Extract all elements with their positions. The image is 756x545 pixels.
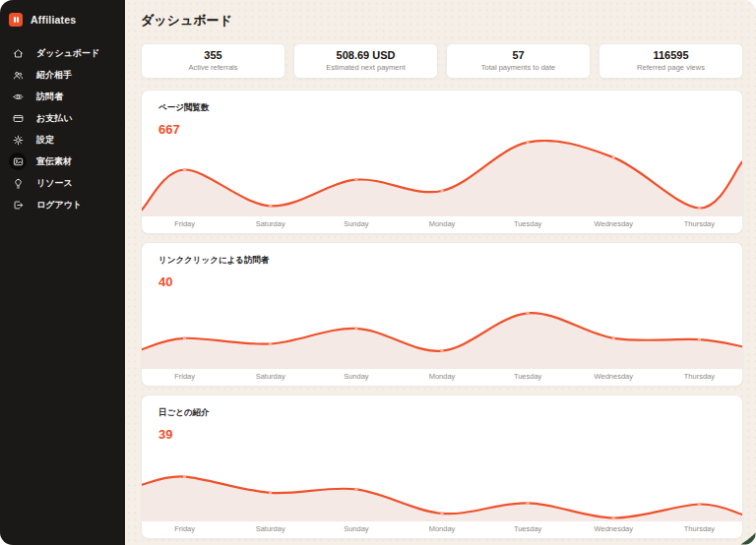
- chart-card: ページ閲覧数 667 FridaySaturdaySundayMondayTue…: [141, 90, 743, 234]
- chart-title: リンククリックによる訪問者: [142, 243, 742, 267]
- sidebar-item-label: リソース: [36, 177, 73, 190]
- sidebar-item-label: お支払い: [36, 112, 72, 125]
- sidebar-item-gear[interactable]: 設定: [0, 129, 125, 151]
- x-tick-label: Wednesday: [571, 369, 657, 386]
- sidebar-item-card[interactable]: お支払い: [0, 107, 125, 129]
- app-title: Affiliates: [31, 14, 76, 26]
- charts-section: ページ閲覧数 667 FridaySaturdaySundayMondayTue…: [141, 90, 743, 539]
- home-icon: [9, 44, 27, 62]
- app-window: Affiliates ダッシュボード 紹介相手 訪問者 お支払い 設定 宣伝素材…: [0, 0, 756, 545]
- x-tick-label: Monday: [399, 216, 484, 233]
- chart-current-value: 40: [142, 267, 742, 289]
- chart-card: 日ごとの紹介 39 FridaySaturdaySundayMondayTues…: [141, 394, 743, 539]
- sidebar-item-eye[interactable]: 訪問者: [0, 86, 125, 107]
- chart-title: 日ごとの紹介: [142, 395, 742, 419]
- chart-x-axis: FridaySaturdaySundayMondayTuesdayWednesd…: [142, 369, 742, 386]
- sidebar-item-label: 設定: [36, 134, 54, 147]
- media-icon: [9, 152, 27, 170]
- users-icon: [9, 66, 27, 84]
- logout-icon: [9, 196, 27, 213]
- stat-card: 355 Active referrals: [141, 43, 285, 79]
- sidebar-item-media[interactable]: 宣伝素材: [0, 151, 125, 172]
- x-tick-label: Thursday: [657, 369, 742, 386]
- cursor-artifact: [739, 532, 756, 545]
- chart-title: ページ閲覧数: [142, 91, 742, 114]
- sidebar-item-logout[interactable]: ログアウト: [0, 194, 125, 215]
- sidebar-item-home[interactable]: ダッシュボード: [0, 42, 125, 64]
- stat-value: 508.69 USD: [294, 49, 437, 61]
- stats-row: 355 Active referrals 508.69 USD Estimate…: [141, 43, 743, 79]
- x-tick-label: Tuesday: [485, 369, 571, 386]
- affiliates-logo-icon: [9, 13, 23, 27]
- x-tick-label: Friday: [142, 216, 227, 233]
- chart-current-value: 667: [142, 114, 742, 137]
- area-chart: [142, 445, 742, 521]
- card-icon: [9, 109, 27, 127]
- sidebar: Affiliates ダッシュボード 紹介相手 訪問者 お支払い 設定 宣伝素材…: [0, 0, 125, 545]
- stat-label: Total payments to date: [447, 63, 590, 72]
- app-logo: Affiliates: [0, 12, 125, 27]
- sidebar-item-label: 訪問者: [36, 91, 63, 103]
- x-tick-label: Sunday: [313, 216, 399, 233]
- stat-label: Active referrals: [142, 63, 284, 72]
- x-tick-label: Saturday: [227, 521, 313, 538]
- chart-x-axis: FridaySaturdaySundayMondayTuesdayWednesd…: [142, 521, 742, 538]
- sidebar-item-label: ダッシュボード: [36, 47, 99, 60]
- stat-label: Estimated next payment: [294, 63, 437, 72]
- stat-card: 116595 Referred page views: [598, 43, 743, 79]
- sidebar-item-users[interactable]: 紹介相手: [0, 64, 125, 86]
- x-tick-label: Friday: [142, 521, 227, 538]
- x-tick-label: Friday: [142, 369, 227, 386]
- area-chart: [142, 140, 742, 216]
- stat-label: Referred page views: [599, 63, 742, 72]
- x-tick-label: Saturday: [227, 369, 313, 386]
- x-tick-label: Wednesday: [571, 521, 657, 538]
- stat-value: 116595: [599, 49, 742, 61]
- x-tick-label: Wednesday: [571, 216, 657, 233]
- x-tick-label: Thursday: [657, 216, 742, 233]
- sidebar-nav: ダッシュボード 紹介相手 訪問者 お支払い 設定 宣伝素材 リソース ログアウト: [0, 42, 125, 215]
- chart-x-axis: FridaySaturdaySundayMondayTuesdayWednesd…: [142, 216, 742, 233]
- area-chart: [142, 292, 742, 369]
- x-tick-label: Monday: [399, 369, 484, 386]
- lightbulb-icon: [9, 174, 27, 192]
- x-tick-label: Saturday: [227, 216, 313, 233]
- stat-value: 57: [447, 49, 590, 61]
- stat-value: 355: [142, 49, 284, 61]
- stat-card: 57 Total payments to date: [446, 43, 591, 79]
- x-tick-label: Monday: [399, 521, 484, 538]
- x-tick-label: Thursday: [657, 521, 742, 538]
- sidebar-item-label: 紹介相手: [36, 69, 72, 82]
- stat-card: 508.69 USD Estimated next payment: [293, 43, 438, 79]
- sidebar-item-label: 宣伝素材: [36, 155, 72, 168]
- page-title: ダッシュボード: [141, 12, 743, 30]
- x-tick-label: Tuesday: [485, 521, 571, 538]
- x-tick-label: Tuesday: [485, 216, 571, 233]
- sidebar-item-lightbulb[interactable]: リソース: [0, 172, 125, 194]
- chart-current-value: 39: [142, 419, 742, 442]
- sidebar-item-label: ログアウト: [36, 199, 82, 212]
- x-tick-label: Sunday: [313, 369, 399, 386]
- gear-icon: [9, 131, 27, 149]
- x-tick-label: Sunday: [313, 521, 399, 538]
- eye-icon: [9, 88, 27, 105]
- chart-card: リンククリックによる訪問者 40 FridaySaturdaySundayMon…: [141, 242, 743, 387]
- main-content: ダッシュボード 355 Active referrals 508.69 USD …: [125, 0, 756, 545]
